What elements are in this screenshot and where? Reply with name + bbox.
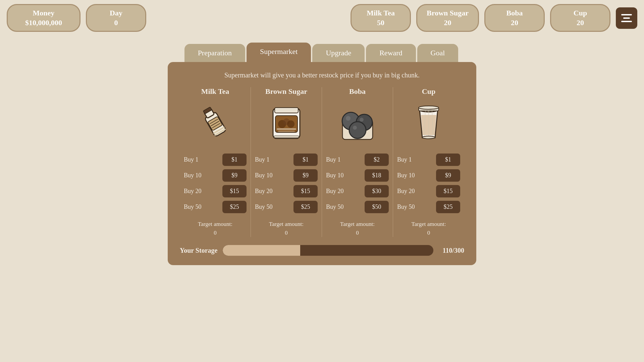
buy-label-c-10: Buy 10: [397, 172, 421, 179]
target-brown-sugar: Target amount: 0: [269, 220, 304, 237]
target-milk-tea: Target amount: 0: [198, 220, 232, 237]
storage-bar-fill: [223, 245, 300, 256]
target-label-cup: Target amount:: [412, 220, 446, 229]
supermarket-panel: Supermarket will give you a better resto…: [168, 62, 476, 265]
storage-row: Your Storage 110/300: [180, 245, 464, 256]
buy-btn-mt-20[interactable]: $15: [222, 185, 247, 197]
inventory-bar: Milk Tea 50 Brown Sugar 20 Boba 20 Cup 2…: [351, 4, 637, 32]
buy-btn-bs-20[interactable]: $15: [293, 185, 318, 197]
buy-label-bs-20: Buy 20: [255, 188, 278, 195]
inventory-milk-tea-label: Milk Tea: [361, 8, 400, 18]
buy-label-b-50: Buy 50: [326, 203, 350, 210]
inventory-milk-tea: Milk Tea 50: [351, 4, 411, 32]
money-value: $10,000,000: [17, 18, 70, 28]
target-value-boba: 0: [340, 229, 375, 237]
buy-btn-c-10[interactable]: $9: [436, 169, 460, 182]
svg-point-14: [287, 120, 294, 128]
target-boba: Target amount: 0: [340, 220, 375, 237]
buy-btn-mt-1[interactable]: $1: [222, 154, 247, 166]
buy-btn-bs-1[interactable]: $1: [293, 154, 318, 166]
target-label-bs: Target amount:: [269, 220, 304, 229]
inventory-cup-value: 20: [560, 18, 600, 28]
buy-label-bs-10: Buy 10: [255, 172, 278, 179]
buy-row-boba-50: Buy 50 $50: [326, 201, 389, 213]
storage-bar: [223, 245, 433, 256]
storage-label: Your Storage: [180, 247, 217, 254]
svg-rect-10: [275, 108, 298, 113]
tab-reward[interactable]: Reward: [366, 44, 416, 62]
svg-point-31: [422, 136, 435, 139]
buy-label-mt-10: Buy 10: [184, 172, 207, 179]
buy-label-mt-50: Buy 50: [184, 203, 207, 210]
buy-btn-c-50[interactable]: $25: [436, 201, 460, 213]
buy-btn-b-1[interactable]: $2: [365, 154, 389, 166]
buy-btn-c-20[interactable]: $15: [436, 185, 460, 197]
menu-button[interactable]: [616, 7, 637, 29]
product-col-boba: Boba: [322, 87, 393, 237]
inventory-cup-label: Cup: [560, 8, 600, 18]
product-name-boba: Boba: [349, 87, 366, 96]
buy-row-cup-20: Buy 20 $15: [397, 185, 460, 197]
tab-preparation[interactable]: Preparation: [184, 44, 245, 62]
product-name-cup: Cup: [422, 87, 435, 96]
svg-rect-15: [277, 128, 296, 130]
target-label-mt: Target amount:: [198, 220, 232, 229]
menu-icon: [621, 14, 632, 22]
product-image-cup: [405, 100, 452, 147]
buy-row-milk-tea-10: Buy 10 $9: [184, 169, 247, 182]
buy-btn-mt-50[interactable]: $25: [222, 201, 247, 213]
money-label: Money: [17, 8, 70, 18]
buy-row-cup-10: Buy 10 $9: [397, 169, 460, 182]
buy-row-boba-10: Buy 10 $18: [326, 169, 389, 182]
day-value: 0: [96, 18, 136, 28]
top-bar: Money $10,000,000 Day 0 Milk Tea 50 Brow…: [0, 0, 644, 36]
day-display: Day 0: [86, 4, 146, 32]
buy-btn-b-20[interactable]: $30: [365, 185, 389, 197]
product-grid: Milk Tea: [180, 87, 464, 237]
money-display: Money $10,000,000: [7, 4, 80, 32]
buy-row-brown-sugar-10: Buy 10 $9: [255, 169, 318, 182]
buy-label-mt-1: Buy 1: [184, 156, 207, 163]
svg-point-21: [349, 122, 366, 138]
buy-label-bs-1: Buy 1: [255, 156, 278, 163]
product-col-milk-tea: Milk Tea: [180, 87, 251, 237]
buy-label-b-20: Buy 20: [326, 188, 350, 195]
buy-row-boba-20: Buy 20 $30: [326, 185, 389, 197]
buy-row-cup-50: Buy 50 $25: [397, 201, 460, 213]
svg-point-27: [419, 106, 439, 109]
buy-label-bs-50: Buy 50: [255, 203, 278, 210]
inventory-cup: Cup 20: [550, 4, 610, 32]
svg-point-24: [353, 126, 357, 130]
buy-label-b-10: Buy 10: [326, 172, 350, 179]
buy-label-mt-20: Buy 20: [184, 188, 207, 195]
svg-rect-17: [274, 136, 299, 138]
buy-row-brown-sugar-20: Buy 20 $15: [255, 185, 318, 197]
tab-upgrade[interactable]: Upgrade: [312, 44, 365, 62]
buy-btn-bs-10[interactable]: $9: [293, 169, 318, 182]
tab-goal[interactable]: Goal: [417, 44, 459, 62]
product-name-brown-sugar: Brown Sugar: [265, 87, 307, 96]
buy-label-c-1: Buy 1: [397, 156, 421, 163]
svg-point-22: [346, 116, 351, 121]
inventory-boba-label: Boba: [495, 8, 534, 18]
buy-btn-c-1[interactable]: $1: [436, 154, 460, 166]
buy-label-c-50: Buy 50: [397, 203, 421, 210]
buy-btn-bs-50[interactable]: $25: [293, 201, 318, 213]
storage-text: 110/300: [443, 247, 464, 254]
inventory-brown-sugar: Brown Sugar 20: [416, 4, 479, 32]
target-cup: Target amount: 0: [412, 220, 446, 237]
inventory-boba: Boba 20: [484, 4, 545, 32]
buy-row-brown-sugar-50: Buy 50 $25: [255, 201, 318, 213]
product-col-cup: Cup: [393, 87, 464, 237]
buy-btn-b-50[interactable]: $50: [365, 201, 389, 213]
center-content: Preparation Supermarket Upgrade Reward G…: [0, 43, 644, 265]
product-image-boba: [334, 100, 381, 147]
buy-row-brown-sugar-1: Buy 1 $1: [255, 154, 318, 166]
buy-btn-b-10[interactable]: $18: [365, 169, 389, 182]
buy-row-cup-1: Buy 1 $1: [397, 154, 460, 166]
buy-btn-mt-10[interactable]: $9: [222, 169, 247, 182]
buy-row-milk-tea-50: Buy 50 $25: [184, 201, 247, 213]
tab-supermarket[interactable]: Supermarket: [247, 43, 311, 62]
svg-point-23: [360, 118, 364, 122]
buy-row-boba-1: Buy 1 $2: [326, 154, 389, 166]
